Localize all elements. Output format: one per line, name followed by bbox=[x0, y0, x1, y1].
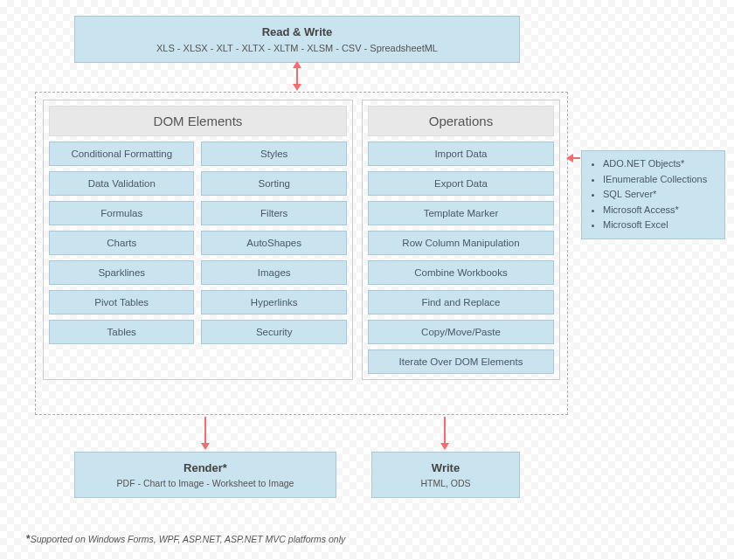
ops-item: Row Column Manipulation bbox=[368, 231, 554, 255]
ops-item: Template Marker bbox=[368, 201, 554, 225]
dom-item: Filters bbox=[201, 201, 346, 225]
ops-item: Combine Workbooks bbox=[368, 260, 554, 285]
data-source-item: Microsoft Excel bbox=[603, 218, 719, 233]
dom-item: Data Validation bbox=[49, 171, 194, 196]
dom-item: Security bbox=[201, 320, 346, 344]
dom-item: AutoShapes bbox=[201, 231, 346, 255]
dom-item: Sparklines bbox=[49, 260, 194, 285]
render-box: Render* PDF - Chart to Image - Worksheet… bbox=[74, 452, 336, 498]
data-source-item: Microsoft Access* bbox=[603, 203, 719, 218]
ops-item: Iterate Over DOM Elements bbox=[368, 349, 554, 374]
dom-item: Conditional Formatting bbox=[49, 142, 194, 166]
write-box: Write HTML, ODS bbox=[371, 452, 520, 498]
ops-item: Export Data bbox=[368, 171, 554, 196]
data-source-item: IEnumerable Collections bbox=[603, 172, 719, 188]
footnote: *Supported on Windows Forms, WPF, ASP.NE… bbox=[26, 533, 345, 545]
ops-item-import-data: Import Data bbox=[368, 142, 554, 166]
dom-item: Tables bbox=[49, 320, 194, 344]
read-write-box: Read & Write XLS - XLSX - XLT - XLTX - X… bbox=[74, 16, 520, 63]
dom-item: Formulas bbox=[49, 201, 194, 225]
read-write-formats: XLS - XLSX - XLT - XLTX - XLTM - XLSM - … bbox=[84, 41, 510, 56]
operations-panel: Operations Import Data Export Data Templ… bbox=[362, 100, 560, 380]
operations-header: Operations bbox=[368, 106, 554, 136]
data-source-item: ADO.NET Objects* bbox=[603, 156, 719, 172]
dom-item: Pivot Tables bbox=[49, 290, 194, 315]
dom-item: Hyperlinks bbox=[201, 290, 346, 315]
data-sources-box: ADO.NET Objects* IEnumerable Collections… bbox=[581, 150, 725, 239]
write-formats: HTML, ODS bbox=[381, 477, 510, 491]
dom-item: Styles bbox=[201, 142, 346, 166]
dom-elements-panel: DOM Elements Conditional Formatting Data… bbox=[43, 100, 353, 380]
data-source-item: SQL Server* bbox=[603, 187, 719, 203]
dom-item: Charts bbox=[49, 231, 194, 255]
dom-item: Sorting bbox=[201, 171, 346, 196]
write-title: Write bbox=[381, 460, 510, 477]
render-formats: PDF - Chart to Image - Worksheet to Imag… bbox=[84, 477, 327, 491]
main-container: DOM Elements Conditional Formatting Data… bbox=[35, 92, 568, 415]
dom-elements-header: DOM Elements bbox=[49, 106, 347, 136]
dom-item: Images bbox=[201, 260, 346, 285]
footnote-text: Supported on Windows Forms, WPF, ASP.NET… bbox=[31, 534, 346, 544]
render-title: Render* bbox=[84, 460, 327, 477]
ops-item: Copy/Move/Paste bbox=[368, 320, 554, 344]
read-write-title: Read & Write bbox=[84, 24, 510, 41]
ops-item: Find and Replace bbox=[368, 290, 554, 315]
